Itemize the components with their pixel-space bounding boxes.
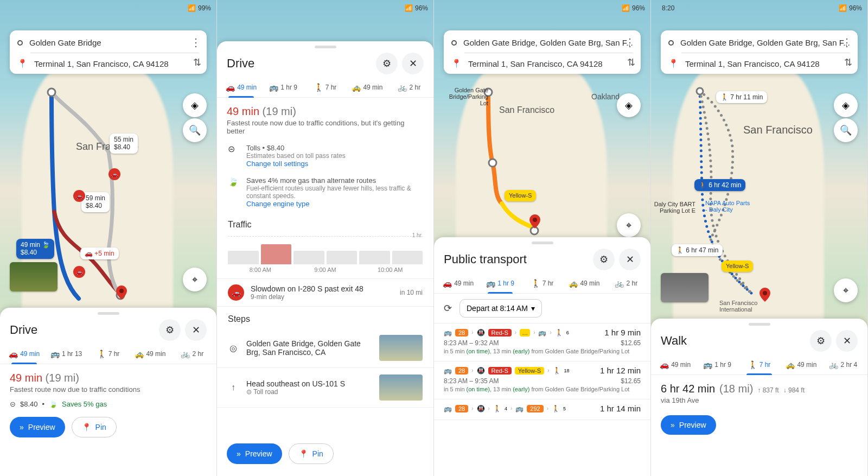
alt-route-bubble-2[interactable]: 59 min$8.40 (81, 192, 110, 212)
city-label: San Francisco (743, 124, 813, 136)
transit-option[interactable]: 🚌28›🚇Red-S›…›🚌›🚶61 hr 9 min8:23 AM – 9:3… (434, 323, 650, 361)
tab-drive[interactable]: 🚗49 min (3, 344, 45, 364)
route-options-button[interactable]: ⚙ (810, 330, 832, 352)
transit-option[interactable]: 🚌28›🚇Red-SYellow-S›🚶181 hr 12 min8:23 AM… (434, 361, 650, 399)
close-button[interactable]: ✕ (619, 249, 641, 270)
traffic-incident-icon[interactable]: 🚗 (108, 168, 120, 180)
destination-row[interactable]: 📍 Terminal 1, San Francisco, CA 94128 (668, 59, 850, 68)
alert-distance: in 10 mi (400, 289, 423, 296)
bottom-sheet[interactable]: Walk ⚙ ✕ 🚗49 min 🚌1 hr 9 🚶7 hr 🚕49 min 🚲… (651, 319, 867, 476)
tab-walk[interactable]: 🚶7 hr (87, 344, 129, 364)
swap-button[interactable]: ⇅ (844, 56, 852, 68)
alt-route-bubble[interactable]: 🚶 7 hr 11 min (716, 91, 767, 103)
bottom-sheet[interactable]: Drive ⚙ ✕ 🚗49 min 🚌1 hr 13 🚶7 hr 🚕49 min… (0, 308, 216, 476)
origin-row[interactable]: Golden Gate Bridge (17, 38, 199, 47)
tab-drive[interactable]: 🚗49 min (220, 78, 262, 97)
tab-bike[interactable]: 🚲2 hr (171, 344, 213, 364)
sheet-handle[interactable] (749, 323, 770, 326)
swap-button[interactable]: ⇅ (193, 56, 201, 68)
transit-duration: 1 hr 14 min (600, 404, 641, 413)
close-button[interactable]: ✕ (185, 319, 207, 341)
engine-type-link[interactable]: Change engine type (246, 200, 423, 208)
my-location-button[interactable]: ⌖ (834, 278, 858, 302)
tab-rideshare[interactable]: 🚕49 min (563, 274, 605, 293)
search-along-route-button[interactable]: 🔍 (834, 118, 858, 142)
tab-drive[interactable]: 🚗49 min (654, 355, 696, 375)
streetview-thumbnail[interactable] (10, 262, 58, 291)
tab-walk[interactable]: 🚶7 hr (521, 274, 563, 293)
sheet-handle[interactable] (315, 46, 336, 48)
streetview-thumbnail[interactable] (661, 273, 709, 302)
primary-route-bubble[interactable]: 🚶 6 hr 42 min (694, 179, 745, 191)
traffic-time-label: 10:00 AM (358, 266, 423, 273)
tab-rideshare[interactable]: 🚕49 min (346, 78, 388, 97)
hail-icon: 🚕 (786, 360, 795, 369)
sheet-handle[interactable] (532, 242, 553, 244)
tab-walk[interactable]: 🚶7 hr (738, 355, 780, 375)
tab-bike[interactable]: 🚲2 hr (605, 274, 647, 293)
transit-option[interactable]: 🚌28›🚇›🚶4›🚌292›🚶51 hr 14 min (434, 399, 650, 420)
step-1[interactable]: ↑ Head southeast on US-101 S ⊝ Toll road (217, 368, 433, 408)
more-menu-button[interactable]: ⋮ (624, 36, 635, 49)
alt-route-bubble-1[interactable]: 55 min$8.40 (110, 134, 138, 154)
sheet-handle[interactable] (98, 312, 119, 315)
route-options-button[interactable]: ⚙ (593, 249, 615, 270)
more-menu-button[interactable]: ⋮ (841, 36, 852, 49)
tab-bike[interactable]: 🚲2 hr 4 (822, 355, 864, 375)
tab-transit[interactable]: 🚌1 hr 13 (45, 344, 87, 364)
traffic-alert[interactable]: 🚗 Slowdown on I-280 S past exit 48 9-min… (217, 278, 433, 307)
delay-bubble[interactable]: 🚗 +5 min (80, 247, 119, 259)
traffic-incident-icon[interactable]: 🚗 (73, 266, 85, 278)
toll-amount: $8.40 (20, 400, 38, 408)
origin-row[interactable]: Golden Gate Bridge, Golden Gate Brg, San… (668, 38, 850, 47)
more-menu-button[interactable]: ⋮ (190, 36, 201, 49)
tab-transit[interactable]: 🚌1 hr 9 (696, 355, 738, 375)
train-icon: 🚌 (486, 279, 495, 288)
preview-button[interactable]: »Preview (661, 415, 716, 435)
tab-bike[interactable]: 🚲2 hr (388, 78, 430, 97)
layers-button[interactable]: ◈ (834, 93, 858, 117)
my-location-button[interactable]: ⌖ (617, 213, 641, 237)
tab-walk[interactable]: 🚶7 hr (304, 78, 346, 97)
step-thumbnail[interactable] (379, 375, 423, 401)
transit-fare: $12.65 (621, 339, 641, 347)
line-label-yellow: Yellow-S (722, 261, 753, 272)
layers-button[interactable]: ◈ (617, 93, 641, 117)
swap-button[interactable]: ⇅ (627, 56, 635, 68)
screen-drive-map: 📶 99% San Francisco 49 min 🍃 $8.40 55 mi… (0, 0, 217, 476)
close-button[interactable]: ✕ (402, 53, 424, 74)
layers-button[interactable]: ◈ (183, 93, 207, 117)
preview-button[interactable]: »Preview (10, 417, 65, 437)
summary-via: via 19th Ave (661, 396, 858, 404)
close-button[interactable]: ✕ (836, 330, 858, 352)
alt-route-bubble[interactable]: 🚶 6 hr 47 min (672, 244, 723, 256)
bottom-sheet[interactable]: Public transport ⚙ ✕ 🚗49 min 🚌1 hr 9 🚶7 … (434, 237, 650, 476)
route-options-button[interactable]: ⚙ (159, 319, 181, 341)
poi-label[interactable]: NAPA Auto Parts - Daly City (705, 200, 750, 213)
refresh-button[interactable]: ⟳ (444, 302, 452, 314)
pin-button[interactable]: 📍Pin (289, 443, 334, 464)
drawer-full[interactable]: Drive ⚙ ✕ 🚗49 min 🚌1 hr 9 🚶7 hr 🚕49 min … (217, 41, 433, 476)
pin-button[interactable]: 📍Pin (72, 417, 117, 437)
summary-time: 49 min (10, 372, 42, 384)
traffic-incident-icon[interactable]: 🚗 (73, 190, 85, 202)
tab-rideshare[interactable]: 🚕49 min (129, 344, 171, 364)
transit-time-range: 8:23 AM – 9:35 AM (444, 377, 499, 385)
tab-drive[interactable]: 🚗49 min (437, 274, 479, 293)
tab-transit[interactable]: 🚌1 hr 9 (262, 78, 304, 97)
step-text: Head southeast on US-101 S (246, 379, 372, 388)
route-options-button[interactable]: ⚙ (376, 53, 398, 74)
origin-row[interactable]: Golden Gate Bridge, Golden Gate Brg, San… (451, 38, 633, 47)
depart-time-dropdown[interactable]: Depart at 8:14 AM▾ (459, 299, 542, 318)
preview-button[interactable]: »Preview (227, 443, 282, 464)
destination-row[interactable]: 📍 Terminal 1, San Francisco, CA 94128 (451, 59, 633, 68)
step-thumbnail[interactable] (379, 335, 423, 361)
step-origin[interactable]: ◎ Golden Gate Bridge, Golden Gate Brg, S… (217, 328, 433, 368)
my-location-button[interactable]: ⌖ (183, 268, 207, 291)
tab-rideshare[interactable]: 🚕49 min (780, 355, 822, 375)
search-along-route-button[interactable]: 🔍 (183, 118, 207, 142)
toll-settings-link[interactable]: Change toll settings (246, 160, 346, 168)
tab-transit[interactable]: 🚌1 hr 9 (479, 274, 521, 293)
destination-row[interactable]: 📍 Terminal 1, San Francisco, CA 94128 (17, 59, 199, 68)
primary-route-bubble[interactable]: 49 min 🍃 $8.40 (16, 239, 54, 259)
